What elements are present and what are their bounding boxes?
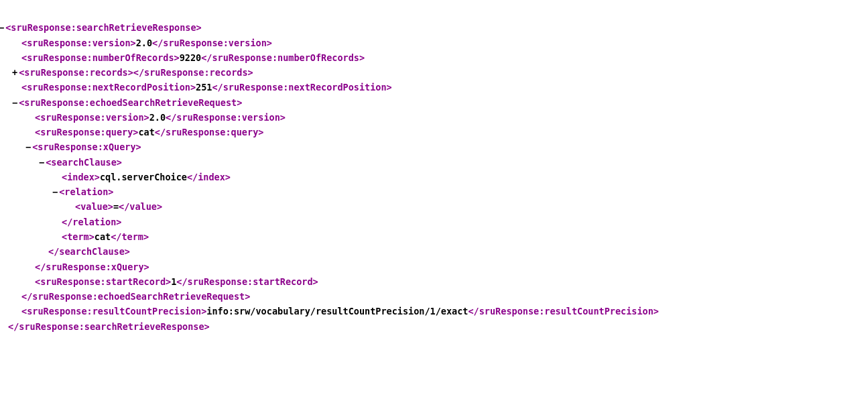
- xml-line: −<sruResponse:xQuery>: [8, 139, 860, 154]
- xml-line: −<sruResponse:searchRetrieveResponse>: [8, 20, 860, 35]
- xml-line: <sruResponse:startRecord>1</sruResponse:…: [8, 274, 860, 289]
- xml-line: <sruResponse:version>2.0</sruResponse:ve…: [8, 36, 860, 50]
- xml-line: +<sruResponse:records></sruResponse:reco…: [8, 65, 860, 80]
- xml-line: </searchClause>: [8, 244, 860, 259]
- xml-viewer: −<sruResponse:searchRetrieveResponse><sr…: [8, 5, 860, 334]
- xml-line: </sruResponse:searchRetrieveResponse>: [8, 319, 860, 334]
- xml-line: <index>cql.serverChoice</index>: [8, 170, 860, 184]
- xml-line: </sruResponse:echoedSearchRetrieveReques…: [8, 289, 860, 304]
- xml-line: <sruResponse:nextRecordPosition>251</sru…: [8, 80, 860, 95]
- xml-line: </sruResponse:xQuery>: [8, 260, 860, 274]
- xml-line: −<searchClause>: [8, 155, 860, 170]
- xml-line: <sruResponse:resultCountPrecision>info:s…: [8, 304, 860, 319]
- xml-line: <sruResponse:query>cat</sruResponse:quer…: [8, 125, 860, 139]
- xml-line: <value>=</value>: [8, 199, 860, 214]
- xml-line: <sruResponse:numberOfRecords>9220</sruRe…: [8, 50, 860, 65]
- xml-line: </relation>: [8, 215, 860, 229]
- xml-line: −<relation>: [8, 184, 860, 199]
- xml-line: −<sruResponse:echoedSearchRetrieveReques…: [8, 95, 860, 110]
- xml-line: <sruResponse:version>2.0</sruResponse:ve…: [8, 110, 860, 125]
- xml-line: <term>cat</term>: [8, 229, 860, 244]
